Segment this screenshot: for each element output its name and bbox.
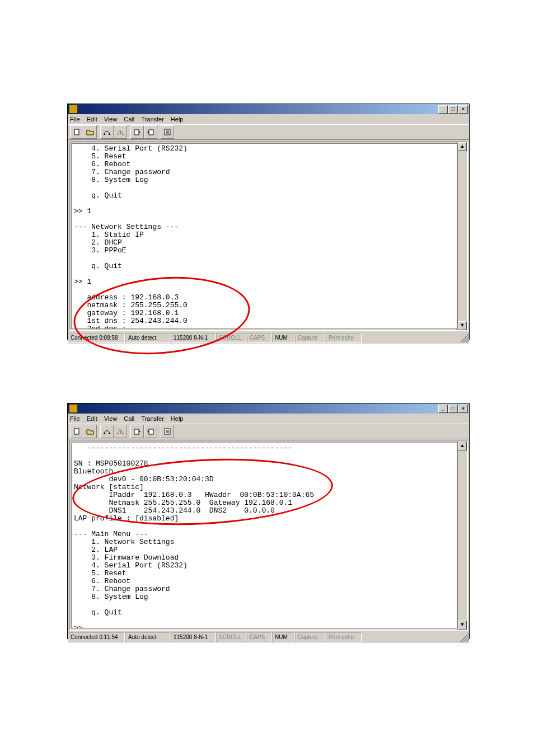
menu-call[interactable]: Call: [124, 415, 134, 422]
status-bar: Connected 0:11:54 Auto detect 115200 8-N…: [68, 632, 469, 643]
svg-rect-1: [104, 134, 105, 135]
status-printecho: Print echo: [326, 632, 362, 642]
receive-button[interactable]: [144, 425, 157, 438]
new-button[interactable]: [70, 125, 83, 139]
svg-rect-16: [122, 433, 124, 434]
connect-button[interactable]: [100, 125, 114, 139]
hyperterminal-window-1: _ □ × File Edit View Call Transfer Help …: [67, 104, 470, 340]
send-button[interactable]: [130, 125, 144, 139]
status-printecho: Print echo: [326, 333, 362, 343]
menu-view[interactable]: View: [104, 116, 118, 123]
properties-button[interactable]: [161, 425, 174, 438]
scroll-down-button[interactable]: ▼: [458, 621, 467, 630]
status-connected: Connected 0:11:54: [68, 632, 125, 642]
svg-rect-2: [109, 134, 110, 135]
status-num: NUM: [272, 333, 294, 343]
resize-grip[interactable]: [460, 633, 469, 642]
toolbar: [68, 124, 469, 140]
connect-button[interactable]: [100, 425, 114, 438]
minimize-button[interactable]: _: [438, 105, 448, 114]
close-button[interactable]: ×: [458, 105, 468, 114]
close-button[interactable]: ×: [458, 405, 468, 413]
app-icon: [69, 404, 78, 413]
menu-help[interactable]: Help: [171, 116, 184, 123]
scroll-up-button[interactable]: ▲: [458, 442, 467, 450]
maximize-button[interactable]: □: [448, 405, 458, 413]
svg-rect-3: [117, 134, 119, 135]
svg-rect-7: [149, 130, 153, 135]
terminal-frame: ----------------------------------------…: [69, 440, 468, 631]
status-port: 115200 8-N-1: [171, 632, 216, 642]
disconnect-button[interactable]: [114, 125, 127, 139]
toolbar: [68, 424, 469, 439]
status-scroll: SCROLL: [216, 632, 246, 642]
svg-rect-15: [117, 433, 119, 434]
vertical-scrollbar[interactable]: ▲ ▼: [457, 142, 467, 330]
menu-file[interactable]: File: [70, 415, 80, 422]
hyperterminal-window-2: _ □ × File Edit View Call Transfer Help …: [67, 403, 470, 639]
send-button[interactable]: [130, 425, 144, 438]
menu-call[interactable]: Call: [124, 116, 134, 123]
status-scroll: SCROLL: [216, 333, 246, 343]
svg-rect-12: [74, 429, 79, 434]
terminal-frame: 4. Serial Port (RS232) 5. Reset 6. Reboo…: [69, 141, 468, 331]
status-port: 115200 8-N-1: [171, 333, 216, 343]
terminal-output[interactable]: ----------------------------------------…: [71, 443, 457, 628]
menu-view[interactable]: View: [104, 415, 118, 422]
vertical-scrollbar[interactable]: ▲ ▼: [457, 442, 467, 630]
open-button[interactable]: [83, 125, 97, 139]
svg-rect-6: [134, 130, 139, 135]
menubar: File Edit View Call Transfer Help: [68, 114, 469, 124]
menu-file[interactable]: File: [70, 116, 80, 123]
open-button[interactable]: [83, 425, 97, 438]
menubar: File Edit View Call Transfer Help: [68, 414, 469, 424]
titlebar[interactable]: _ □ ×: [68, 104, 469, 114]
status-connected: Connected 0:08:58: [68, 333, 125, 343]
titlebar[interactable]: _ □ ×: [68, 403, 469, 414]
menu-transfer[interactable]: Transfer: [141, 415, 164, 422]
svg-rect-14: [109, 433, 110, 434]
menu-transfer[interactable]: Transfer: [141, 116, 164, 123]
svg-line-17: [120, 429, 121, 434]
status-caps: CAPS: [247, 333, 271, 343]
new-button[interactable]: [70, 425, 83, 438]
svg-rect-18: [134, 429, 139, 434]
svg-rect-19: [149, 429, 153, 434]
scroll-up-button[interactable]: ▲: [458, 142, 467, 151]
scroll-down-button[interactable]: ▼: [458, 321, 467, 330]
minimize-button[interactable]: _: [438, 405, 448, 413]
status-autodetect: Auto detect: [125, 333, 170, 343]
status-num: NUM: [272, 632, 294, 642]
receive-button[interactable]: [144, 125, 157, 139]
maximize-button[interactable]: □: [448, 105, 458, 114]
menu-edit[interactable]: Edit: [87, 415, 97, 422]
status-bar: Connected 0:08:58 Auto detect 115200 8-N…: [68, 332, 469, 344]
menu-edit[interactable]: Edit: [87, 116, 97, 123]
menu-help[interactable]: Help: [171, 415, 184, 422]
resize-grip[interactable]: [460, 334, 469, 342]
app-icon: [69, 105, 78, 114]
status-capture: Capture: [295, 333, 325, 343]
svg-line-5: [120, 130, 121, 134]
properties-button[interactable]: [161, 125, 174, 139]
svg-rect-4: [122, 134, 124, 135]
svg-rect-0: [74, 129, 79, 135]
disconnect-button[interactable]: [114, 425, 127, 438]
svg-rect-13: [104, 433, 105, 434]
status-caps: CAPS: [247, 632, 271, 642]
terminal-output[interactable]: 4. Serial Port (RS232) 5. Reset 6. Reboo…: [71, 143, 457, 329]
status-capture: Capture: [295, 632, 325, 642]
status-autodetect: Auto detect: [125, 632, 170, 642]
